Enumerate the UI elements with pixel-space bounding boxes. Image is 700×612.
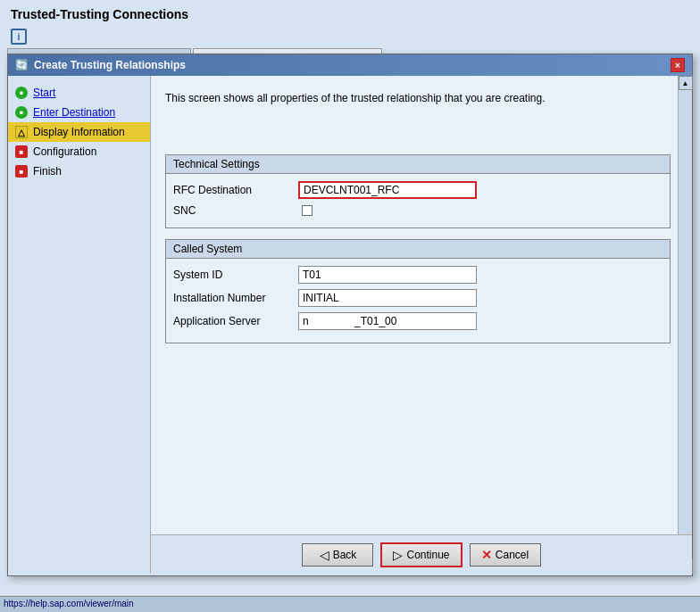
modal-dialog: 🔄 Create Trusting Relationships × ● Star… [7, 54, 693, 576]
step-icon-finish: ■ [15, 165, 28, 178]
application-server-label: Application Server [173, 315, 298, 327]
modal-close-button[interactable]: × [671, 58, 685, 72]
scroll-track [679, 90, 692, 559]
main-window: Trusted-Trusting Connections i Systems w… [0, 0, 700, 612]
called-system-section: Called System System ID T01 Installation… [165, 239, 671, 343]
snc-label: SNC [173, 204, 298, 217]
called-system-body: System ID T01 Installation Number INITIA… [166, 259, 670, 343]
step-label-finish: Finish [33, 165, 62, 178]
technical-settings-header: Technical Settings [166, 155, 670, 174]
info-icon-area: i [0, 25, 700, 48]
wizard-description: This screen shows all properties of the … [151, 76, 692, 147]
status-text: https://help.sap.com/viewer/main [4, 599, 134, 608]
step-icon-start: ● [15, 87, 28, 99]
technical-settings-body: RFC Destination DEVCLNT001_RFC SNC [166, 174, 670, 227]
wizard-step-enter-destination[interactable]: ● Enter Destination [8, 103, 150, 122]
wizard-nav: ● Start ● Enter Destination △ [8, 76, 151, 574]
button-bar: ◁ Back ▷ Continue ✕ Cancel [151, 534, 692, 574]
scrollbar[interactable]: ▲ ▼ [678, 76, 692, 574]
continue-label: Continue [406, 549, 449, 561]
continue-icon: ▷ [393, 548, 403, 562]
modal-body: ● Start ● Enter Destination △ [8, 76, 692, 574]
modal-title-icon: 🔄 [15, 59, 29, 71]
back-label: Back [333, 549, 357, 561]
page-title: Trusted-Trusting Connections [11, 7, 689, 21]
scroll-up-arrow[interactable]: ▲ [679, 76, 693, 90]
description-text: This screen shows all properties of the … [165, 90, 678, 106]
wizard-step-display-information[interactable]: △ Display Information [8, 122, 150, 142]
step-label-start: Start [33, 87, 55, 99]
application-server-value: n _T01_00 [298, 312, 477, 330]
installation-number-row: Installation Number INITIAL [173, 289, 662, 307]
form-sections: Technical Settings RFC Destination DEVCL… [151, 147, 692, 574]
title-bar: Trusted-Trusting Connections [0, 0, 700, 25]
snc-row: SNC [173, 204, 662, 217]
status-bar: https://help.sap.com/viewer/main [0, 596, 700, 612]
installation-number-value: INITIAL [298, 289, 477, 307]
modal-title-text: Create Trusting Relationships [34, 59, 186, 71]
system-id-label: System ID [173, 269, 298, 281]
modal-title-left: 🔄 Create Trusting Relationships [15, 59, 186, 71]
wizard-step-configuration: ■ Configuration [8, 142, 150, 161]
modal-overlay: 🔄 Create Trusting Relationships × ● Star… [7, 54, 693, 576]
installation-number-label: Installation Number [173, 292, 298, 304]
step-label-configuration: Configuration [33, 145, 96, 158]
cancel-icon: ✕ [481, 548, 492, 562]
step-icon-configuration: ■ [15, 145, 28, 158]
application-server-row: Application Server n _T01_00 [173, 312, 662, 330]
back-icon: ◁ [320, 548, 329, 562]
wizard-step-finish: ■ Finish [8, 161, 150, 181]
system-id-value: T01 [298, 266, 477, 284]
technical-settings-section: Technical Settings RFC Destination DEVCL… [165, 154, 671, 228]
called-system-header: Called System [166, 240, 670, 259]
modal-title-bar: 🔄 Create Trusting Relationships × [8, 54, 692, 76]
wizard-step-start[interactable]: ● Start [8, 83, 150, 103]
rfc-destination-label: RFC Destination [173, 184, 298, 196]
cancel-button[interactable]: ✕ Cancel [470, 543, 541, 567]
wizard-content: This screen shows all properties of the … [151, 76, 692, 574]
step-icon-display-information: △ [15, 126, 28, 138]
step-label-enter-destination: Enter Destination [33, 106, 115, 119]
cancel-label: Cancel [496, 549, 529, 561]
system-id-row: System ID T01 [173, 266, 662, 284]
continue-button[interactable]: ▷ Continue [380, 542, 462, 567]
info-icon[interactable]: i [11, 29, 27, 45]
rfc-destination-row: RFC Destination DEVCLNT001_RFC [173, 181, 662, 199]
step-label-display-information: Display Information [33, 126, 125, 138]
snc-checkbox[interactable] [302, 205, 312, 216]
back-button[interactable]: ◁ Back [302, 543, 373, 567]
step-icon-enter-destination: ● [15, 106, 28, 119]
rfc-destination-value[interactable]: DEVCLNT001_RFC [298, 181, 477, 199]
